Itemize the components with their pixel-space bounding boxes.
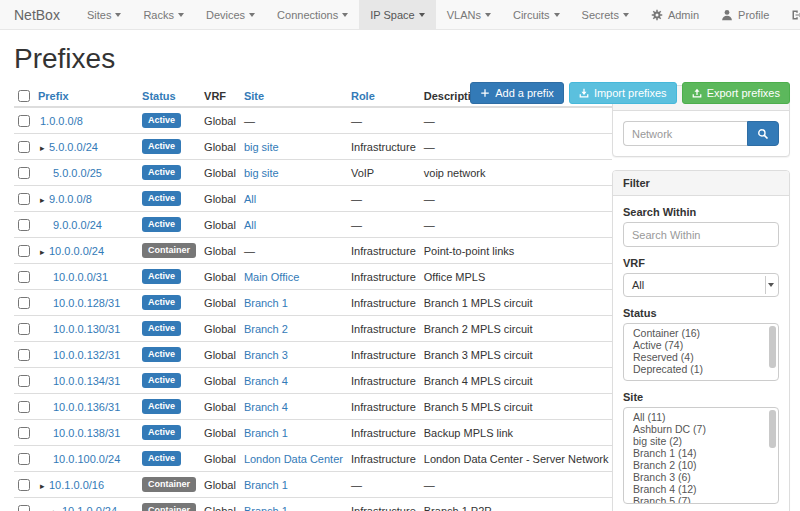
nav-item-connections[interactable]: Connections xyxy=(266,0,359,29)
row-checkbox[interactable] xyxy=(18,115,30,127)
site-link[interactable]: All xyxy=(244,219,256,231)
vrf-cell: Global xyxy=(200,107,240,134)
search-button[interactable] xyxy=(747,121,779,146)
site-link[interactable]: big site xyxy=(244,141,279,153)
row-checkbox[interactable] xyxy=(18,297,30,309)
nav-item-sites[interactable]: Sites xyxy=(76,0,132,29)
column-header-status[interactable]: Status xyxy=(138,85,200,107)
site-link[interactable]: Branch 1 xyxy=(244,297,288,309)
prefix-link[interactable]: 9.0.0.0/24 xyxy=(53,219,102,231)
scrollbar-thumb[interactable] xyxy=(769,326,776,368)
prefix-link[interactable]: 10.0.0.0/31 xyxy=(53,271,108,283)
status-badge: Active xyxy=(142,295,181,310)
filter-option[interactable]: Container (16) xyxy=(624,327,778,339)
prefix-link[interactable]: 10.1.0.0/16 xyxy=(49,479,104,491)
site-link[interactable]: Branch 1 xyxy=(244,427,288,439)
prefix-link[interactable]: 10.0.0.0/24 xyxy=(49,245,104,257)
site-link[interactable]: All xyxy=(244,193,256,205)
nav-item-circuits[interactable]: Circuits xyxy=(502,0,571,29)
role-cell: Infrastructure xyxy=(347,368,420,394)
logout-icon xyxy=(791,9,800,21)
import-prefixes-button[interactable]: Import prefixes xyxy=(569,82,677,104)
filter-option[interactable]: Branch 2 (10) xyxy=(624,459,778,471)
filter-option[interactable]: Deprecated (1) xyxy=(624,363,778,375)
row-checkbox[interactable] xyxy=(18,245,30,257)
status-label: Status xyxy=(623,307,779,319)
admin-menu-item[interactable]: Admin xyxy=(640,0,710,29)
role-cell: Infrastructure xyxy=(347,420,420,446)
vrf-select[interactable]: All xyxy=(623,273,779,297)
prefix-link[interactable]: 10.0.0.130/31 xyxy=(53,323,120,335)
filter-option[interactable]: Ashburn DC (7) xyxy=(624,423,778,435)
vrf-cell: Global xyxy=(200,290,240,316)
row-checkbox[interactable] xyxy=(18,271,30,283)
prefix-link[interactable]: 5.0.0.0/25 xyxy=(53,167,102,179)
row-checkbox[interactable] xyxy=(18,453,30,465)
export-prefixes-button[interactable]: Export prefixes xyxy=(682,82,790,104)
prefix-link[interactable]: 1.0.0.0/8 xyxy=(40,115,83,127)
prefix-link[interactable]: 10.0.0.128/31 xyxy=(53,297,120,309)
row-checkbox[interactable] xyxy=(18,193,30,205)
column-header-site[interactable]: Site xyxy=(240,85,347,107)
filter-option[interactable]: Branch 3 (6) xyxy=(624,471,778,483)
description-cell: London Data Center - Server Network xyxy=(420,446,613,472)
column-header-role[interactable]: Role xyxy=(347,85,420,107)
row-checkbox[interactable] xyxy=(18,401,30,413)
filter-option[interactable]: big site (2) xyxy=(624,435,778,447)
prefix-link[interactable]: 10.0.0.138/31 xyxy=(53,427,120,439)
site-link[interactable]: Branch 2 xyxy=(244,323,288,335)
search-input[interactable] xyxy=(623,121,747,146)
nav-item-vlans[interactable]: VLANs xyxy=(436,0,502,29)
filter-option[interactable]: Branch 4 (12) xyxy=(624,483,778,495)
prefix-link[interactable]: 10.0.0.132/31 xyxy=(53,349,120,361)
status-badge: Container xyxy=(142,477,196,492)
site-link[interactable]: Main Office xyxy=(244,271,299,283)
role-cell: Infrastructure xyxy=(347,446,420,472)
role-cell: — xyxy=(347,186,420,212)
description-cell: voip network xyxy=(420,160,613,186)
row-checkbox[interactable] xyxy=(18,141,30,153)
prefix-link[interactable]: 10.0.0.136/31 xyxy=(53,401,120,413)
row-checkbox[interactable] xyxy=(18,167,30,179)
row-checkbox[interactable] xyxy=(18,427,30,439)
table-row: 5.0.0.0/25 Active Global big site VoIP v… xyxy=(14,160,612,186)
filter-option[interactable]: Branch 1 (14) xyxy=(624,447,778,459)
vrf-cell: Global xyxy=(200,186,240,212)
search-within-input[interactable] xyxy=(623,222,779,247)
site-link[interactable]: Branch 1 xyxy=(244,505,288,511)
nav-item-racks[interactable]: Racks xyxy=(132,0,195,29)
nav-item-ip-space[interactable]: IP Space xyxy=(359,0,435,29)
prefix-link[interactable]: 5.0.0.0/24 xyxy=(49,141,98,153)
row-checkbox[interactable] xyxy=(18,479,30,491)
filter-option[interactable]: Reserved (4) xyxy=(624,351,778,363)
site-link[interactable]: Branch 1 xyxy=(244,479,288,491)
column-header-prefix[interactable]: Prefix xyxy=(34,85,138,107)
row-checkbox[interactable] xyxy=(18,349,30,361)
vrf-cell: Global xyxy=(200,368,240,394)
scrollbar-thumb[interactable] xyxy=(769,410,776,448)
prefix-link[interactable]: 10.0.0.134/31 xyxy=(53,375,120,387)
site-link[interactable]: Branch 3 xyxy=(244,349,288,361)
brand-logo[interactable]: NetBox xyxy=(14,0,60,29)
filter-option[interactable]: Branch 5 (7) xyxy=(624,495,778,504)
site-link[interactable]: London Data Center xyxy=(244,453,343,465)
site-link[interactable]: Branch 4 xyxy=(244,375,288,387)
filter-option[interactable]: All (11) xyxy=(624,411,778,423)
prefix-link[interactable]: 10.0.100.0/24 xyxy=(53,453,120,465)
filter-option[interactable]: Active (74) xyxy=(624,339,778,351)
nav-item-secrets[interactable]: Secrets xyxy=(571,0,640,29)
site-link[interactable]: big site xyxy=(244,167,279,179)
profile-menu-item[interactable]: Profile xyxy=(710,0,780,29)
logout-menu-item[interactable]: Log out xyxy=(780,0,800,29)
status-badge: Active xyxy=(142,425,181,440)
row-checkbox[interactable] xyxy=(18,375,30,387)
nav-item-devices[interactable]: Devices xyxy=(195,0,266,29)
prefix-link[interactable]: 9.0.0.0/8 xyxy=(49,193,92,205)
row-checkbox[interactable] xyxy=(18,505,30,511)
site-link[interactable]: Branch 4 xyxy=(244,401,288,413)
row-checkbox[interactable] xyxy=(18,323,30,335)
add-prefix-button[interactable]: Add a prefix xyxy=(470,82,564,104)
select-all-checkbox[interactable] xyxy=(18,90,30,102)
row-checkbox[interactable] xyxy=(18,219,30,231)
prefix-link[interactable]: 10.1.0.0/24 xyxy=(62,505,117,511)
